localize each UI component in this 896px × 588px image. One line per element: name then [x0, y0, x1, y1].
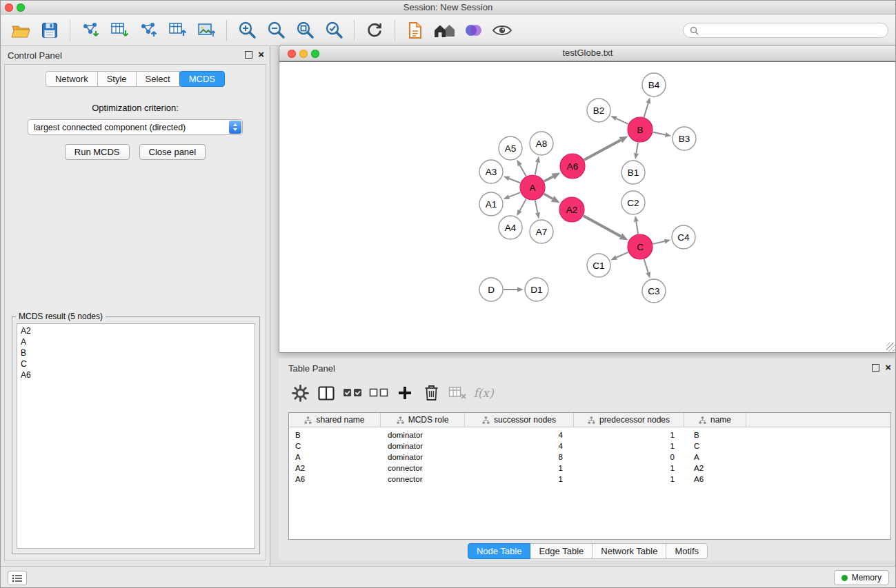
graph-edge[interactable]: [584, 216, 621, 236]
network-minimize-button[interactable]: [299, 50, 308, 58]
session-document-button[interactable]: [401, 17, 430, 44]
column-header-mcds-role[interactable]: MCDS role: [381, 413, 465, 427]
graph-node-C3[interactable]: C3: [642, 279, 666, 303]
graph-edge[interactable]: [636, 222, 638, 234]
select-all-columns-button[interactable]: [339, 381, 366, 405]
mcds-result-item[interactable]: A6: [17, 369, 255, 381]
network-graph[interactable]: B4B2BB3A8A5A6A3B1AC2A1A2A4A7C4CC1C3DD1: [279, 62, 896, 353]
graph-edge[interactable]: [509, 192, 520, 197]
graph-node-B4[interactable]: B4: [642, 73, 666, 97]
graph-edge[interactable]: [520, 165, 526, 176]
graph-node-D[interactable]: D: [479, 278, 503, 301]
show-columns-button[interactable]: [313, 381, 339, 405]
table-panel-float-button[interactable]: [872, 364, 879, 372]
table-cell[interactable]: 1: [465, 475, 574, 483]
table-cell[interactable]: A2: [684, 464, 746, 472]
column-header-successor-nodes[interactable]: successor nodes: [465, 413, 574, 427]
graph-node-A[interactable]: A: [520, 175, 545, 200]
graph-node-A4[interactable]: A4: [499, 216, 522, 239]
tab-select[interactable]: Select: [136, 71, 180, 87]
tab-mcds[interactable]: MCDS: [179, 71, 225, 87]
graph-node-A3[interactable]: A3: [479, 160, 503, 183]
graph-node-C[interactable]: C: [628, 234, 653, 259]
table-cell[interactable]: 8: [465, 453, 574, 461]
table-cell[interactable]: B: [684, 431, 746, 439]
table-row[interactable]: Adominator80A: [289, 452, 890, 463]
mcds-result-item[interactable]: A2: [17, 325, 255, 336]
function-builder-button[interactable]: f(x): [470, 381, 497, 405]
export-image-button[interactable]: [192, 17, 221, 44]
export-table-button[interactable]: [163, 17, 192, 44]
mcds-result-list[interactable]: A2ABCA6: [17, 323, 255, 549]
table-cell[interactable]: connector: [381, 475, 465, 483]
graph-node-D1[interactable]: D1: [525, 278, 548, 301]
network-window-titlebar[interactable]: testGlobe.txt: [279, 45, 896, 61]
column-header-predecessor-nodes[interactable]: predecessor nodes: [574, 413, 684, 427]
tab-motifs[interactable]: Motifs: [666, 543, 708, 559]
table-panel-close-button[interactable]: ×: [885, 363, 891, 372]
column-header-shared-name[interactable]: shared name: [289, 413, 381, 427]
table-row[interactable]: Bdominator41B: [289, 429, 890, 440]
graph-edge[interactable]: [653, 132, 666, 135]
table-cell[interactable]: 1: [574, 431, 684, 439]
close-panel-button[interactable]: Close panel: [139, 144, 206, 160]
delete-column-button[interactable]: [418, 381, 444, 405]
table-cell[interactable]: dominator: [381, 453, 465, 461]
save-session-button[interactable]: [35, 17, 64, 44]
table-cell[interactable]: C: [289, 442, 381, 450]
mcds-result-item[interactable]: A: [17, 336, 255, 347]
table-cell[interactable]: A: [289, 453, 381, 461]
table-cell[interactable]: C: [684, 442, 746, 450]
tab-network-table[interactable]: Network Table: [592, 543, 666, 559]
graph-edge[interactable]: [617, 252, 628, 258]
mcds-result-item[interactable]: C: [17, 358, 255, 369]
graph-node-C4[interactable]: C4: [672, 225, 695, 249]
unselect-all-columns-button[interactable]: [366, 381, 392, 405]
tab-network[interactable]: Network: [46, 71, 98, 87]
add-column-button[interactable]: [392, 381, 418, 405]
run-mcds-button[interactable]: Run MCDS: [65, 144, 130, 160]
table-cell[interactable]: 1: [574, 442, 684, 450]
graph-node-A7[interactable]: A7: [530, 220, 553, 243]
apply-layout-button[interactable]: [360, 17, 389, 44]
graph-node-A8[interactable]: A8: [530, 132, 553, 155]
delete-table-button[interactable]: [444, 381, 470, 405]
table-settings-button[interactable]: [287, 381, 313, 405]
network-canvas[interactable]: B4B2BB3A8A5A6A3B1AC2A1A2A4A7C4CC1C3DD1: [279, 61, 896, 352]
memory-button[interactable]: Memory: [834, 570, 889, 585]
graph-edge[interactable]: [636, 143, 638, 154]
control-panel-close-button[interactable]: ×: [258, 50, 264, 59]
table-row[interactable]: A2connector11A2: [289, 463, 890, 474]
graph-node-A5[interactable]: A5: [499, 136, 522, 160]
criterion-dropdown[interactable]: largest connected component (directed): [28, 119, 243, 135]
graph-node-A2[interactable]: A2: [559, 197, 584, 222]
table-cell[interactable]: connector: [381, 464, 465, 472]
table-cell[interactable]: dominator: [381, 431, 465, 439]
table-cell[interactable]: A2: [289, 464, 381, 472]
network-zoom-button[interactable]: [311, 50, 319, 58]
graph-edge[interactable]: [544, 176, 553, 181]
search-input[interactable]: [703, 26, 882, 35]
column-header-name[interactable]: name: [684, 413, 746, 427]
graph-edge[interactable]: [544, 194, 553, 199]
graph-node-A6[interactable]: A6: [560, 154, 585, 179]
graph-edge[interactable]: [535, 162, 538, 174]
graph-node-B3[interactable]: B3: [673, 127, 696, 150]
table-cell[interactable]: A6: [289, 475, 381, 483]
zoom-selected-button[interactable]: [319, 17, 348, 44]
table-cell[interactable]: 1: [574, 475, 684, 483]
graph-edge[interactable]: [644, 103, 648, 117]
tab-edge-table[interactable]: Edge Table: [530, 543, 593, 559]
graph-edge[interactable]: [644, 259, 648, 272]
table-row[interactable]: Cdominator41C: [289, 440, 890, 452]
venn-diagram-button[interactable]: [459, 17, 488, 44]
graph-edge[interactable]: [653, 241, 665, 244]
table-cell[interactable]: B: [289, 431, 381, 439]
graph-node-B[interactable]: B: [628, 117, 653, 142]
status-menu-button[interactable]: [8, 571, 27, 585]
graph-node-C2[interactable]: C2: [621, 191, 645, 214]
home-button[interactable]: [430, 17, 459, 44]
mcds-result-item[interactable]: B: [17, 347, 255, 358]
graph-edge[interactable]: [520, 199, 526, 211]
graph-edge[interactable]: [535, 201, 538, 213]
